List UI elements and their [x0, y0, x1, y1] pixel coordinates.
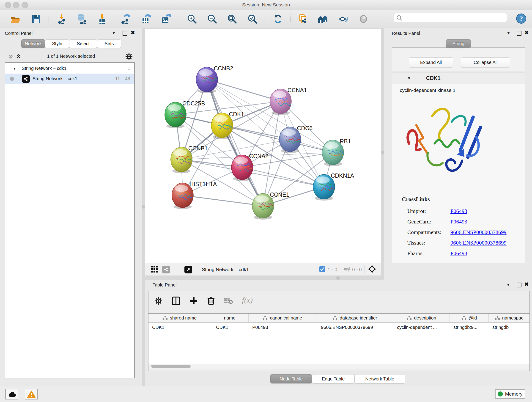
gear-icon[interactable]	[154, 297, 163, 306]
tissues-link[interactable]: 9606.ENSP00000378699	[450, 237, 507, 248]
export-table-button[interactable]	[139, 12, 152, 26]
open-session-file-button[interactable]	[297, 12, 310, 26]
import-table-file-button[interactable]	[95, 12, 109, 26]
column-header-shared-name[interactable]: shared name	[148, 313, 211, 322]
columns-icon[interactable]	[172, 296, 180, 306]
network-canvas[interactable]: CCNB2CCNA1CDC25BCDK1CDC6RB1CCNB1CCNA2CDK…	[145, 29, 381, 263]
open-session-button[interactable]	[9, 12, 22, 26]
fit-content-icon	[227, 14, 237, 24]
export-network-button[interactable]	[119, 12, 133, 26]
close-panel-icon[interactable]: ✖	[525, 30, 529, 35]
protein-description: cyclin-dependent kinase 1	[400, 88, 456, 93]
scrollbar-thumb[interactable]	[151, 365, 191, 368]
table-icon	[143, 18, 148, 23]
network-row-selected[interactable]: String Network – cdk1 11 48	[5, 74, 134, 84]
svg-text:CCNB1: CCNB1	[188, 145, 208, 152]
save-icon	[32, 14, 41, 24]
gray-orb-icon	[359, 14, 368, 24]
column-header-id[interactable]: @id	[450, 313, 489, 322]
horizontal-scrollbar[interactable]	[148, 364, 530, 369]
zoom-in-button[interactable]	[185, 12, 199, 26]
hide-panel-button[interactable]	[337, 12, 350, 26]
column-header-canonical-name[interactable]: canonical name	[249, 313, 317, 322]
control-panel-title: Control Panel	[5, 31, 32, 36]
save-session-button[interactable]	[30, 12, 43, 26]
memory-status-dot-icon	[498, 391, 503, 396]
refresh-layout-button[interactable]	[271, 12, 285, 26]
string-network-graph[interactable]: CCNB2CCNA1CDC25BCDK1CDC6RB1CCNB1CCNA2CDK…	[145, 29, 381, 263]
compartments-link[interactable]: 9606.ENSP00000378699	[450, 227, 507, 237]
external-link-icon[interactable]	[184, 266, 192, 274]
collapse-section-icon[interactable]: ▼	[407, 76, 411, 80]
zoom-selected-button[interactable]	[246, 12, 259, 26]
show-panel-button[interactable]	[357, 12, 370, 26]
node-table-container: f(x) shared name name canonical name dat…	[148, 291, 530, 371]
protein-card-header[interactable]: ▼ CDK1	[392, 72, 525, 84]
close-panel-icon[interactable]: ✖	[131, 30, 135, 35]
tab-edge-table[interactable]: Edge Table	[312, 374, 355, 383]
tab-network-table[interactable]: Network Table	[355, 374, 405, 383]
column-header-name[interactable]: name	[211, 313, 249, 322]
column-header-database-identifier[interactable]: database identifier	[317, 313, 393, 322]
string-view-icon[interactable]	[162, 266, 170, 274]
pharos-link[interactable]: P06493	[450, 248, 507, 259]
float-panel-icon[interactable]	[517, 31, 521, 36]
results-panel-title: Results Panel	[392, 31, 420, 36]
add-column-icon[interactable]	[189, 296, 198, 306]
home-button[interactable]	[317, 12, 330, 26]
export-image-button[interactable]	[159, 12, 172, 26]
bottom-splitter-handle[interactable]	[336, 276, 340, 280]
left-splitter-handle[interactable]	[142, 205, 145, 209]
memory-label: Memory	[505, 391, 523, 397]
svg-text:CDK1: CDK1	[229, 111, 244, 117]
panel-menu-icon[interactable]: ▼	[507, 31, 510, 35]
cell-shared-name: CDK1	[148, 325, 211, 330]
image-icon	[162, 17, 168, 23]
panel-menu-icon[interactable]: ▼	[112, 31, 116, 35]
collapse-all-button[interactable]: Collapse All	[461, 57, 510, 67]
gear-icon[interactable]	[125, 53, 133, 61]
eye-slash-icon	[338, 14, 349, 24]
question-mark-icon: ?	[520, 15, 523, 22]
close-panel-icon[interactable]: ✖	[525, 282, 529, 287]
float-panel-icon[interactable]	[123, 31, 127, 36]
grid-view-icon[interactable]	[151, 265, 158, 274]
uniprot-link[interactable]: P06493	[450, 206, 507, 216]
tab-style[interactable]: Style	[45, 39, 69, 48]
panel-menu-icon[interactable]: ▼	[506, 283, 510, 287]
expand-all-button[interactable]: Expand All	[409, 57, 453, 67]
float-panel-icon[interactable]	[517, 283, 521, 287]
fit-content-button[interactable]	[225, 12, 239, 26]
hidden-eye-slash-icon[interactable]	[343, 266, 350, 273]
selected-checkbox-icon[interactable]	[319, 266, 325, 273]
warning-button[interactable]	[25, 389, 38, 400]
genecard-link[interactable]: P06493	[450, 216, 507, 227]
zoom-out-button[interactable]	[206, 12, 219, 26]
tab-network[interactable]: Network	[21, 39, 45, 48]
network-collection-row[interactable]: ▼ String Network – cdk1 1	[5, 63, 134, 74]
memory-button[interactable]: Memory	[495, 389, 525, 399]
tree-icon	[462, 316, 467, 320]
tab-select[interactable]: Select	[69, 39, 97, 48]
tree-icon	[163, 316, 168, 320]
column-header-description[interactable]: description	[393, 313, 450, 322]
column-header-namespace[interactable]: namespac	[489, 313, 530, 322]
cloud-button[interactable]	[5, 389, 18, 400]
import-network-file-button[interactable]	[56, 12, 69, 26]
tab-sets[interactable]: Sets	[97, 39, 121, 48]
tab-node-table[interactable]: Node Table	[270, 374, 312, 383]
search-input[interactable]	[394, 13, 507, 22]
import-network-database-button[interactable]	[75, 12, 88, 26]
svg-text:CCNB2: CCNB2	[214, 65, 233, 71]
tab-string[interactable]: String	[446, 39, 471, 48]
help-button[interactable]: ?	[516, 13, 526, 25]
table-row[interactable]: CDK1 CDK1 P06493 9606.ENSP00000378699 cy…	[148, 322, 530, 332]
svg-text:RB1: RB1	[340, 138, 351, 144]
svg-text:CDC25B: CDC25B	[182, 100, 205, 107]
delete-column-trash-icon[interactable]	[207, 296, 215, 306]
birdseye-crosshair-icon[interactable]	[367, 264, 377, 274]
svg-text:CCNE1: CCNE1	[270, 191, 289, 198]
window-title: Session: New Session	[0, 2, 532, 7]
crosslink-label: Compartments:	[407, 227, 441, 237]
collection-expand-icon[interactable]: ▼	[13, 66, 16, 70]
